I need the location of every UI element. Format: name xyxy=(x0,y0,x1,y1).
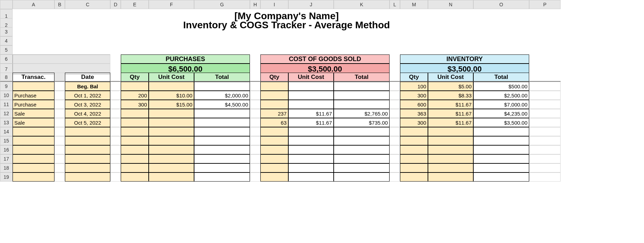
cell-i-qty[interactable]: 300 xyxy=(400,118,428,127)
cell[interactable] xyxy=(194,163,250,172)
row-header-6[interactable]: 6 xyxy=(0,54,13,64)
row-header-15[interactable]: 15 xyxy=(0,136,13,145)
cell[interactable] xyxy=(473,127,529,136)
cell[interactable] xyxy=(400,154,428,163)
cell-c-qty[interactable]: 237 xyxy=(260,109,288,118)
cell[interactable] xyxy=(121,154,149,163)
col-header-G[interactable]: G xyxy=(194,0,250,9)
cell[interactable] xyxy=(13,145,54,154)
cell[interactable] xyxy=(288,136,334,145)
cell-p-uc[interactable] xyxy=(149,109,194,118)
row-header-19[interactable]: 19 xyxy=(0,172,13,182)
cell-c-qty[interactable]: 63 xyxy=(260,118,288,127)
cell-c-tot[interactable] xyxy=(334,82,390,91)
cell[interactable] xyxy=(13,172,54,182)
cell[interactable] xyxy=(260,127,288,136)
col-header-F[interactable]: F xyxy=(149,0,194,9)
cell-i-qty[interactable]: 363 xyxy=(400,109,428,118)
cell-c-tot[interactable] xyxy=(334,100,390,109)
cell[interactable] xyxy=(121,127,149,136)
cell[interactable] xyxy=(400,127,428,136)
col-header-K[interactable]: K xyxy=(334,0,390,9)
cell[interactable] xyxy=(473,154,529,163)
cell[interactable] xyxy=(473,172,529,182)
cell[interactable] xyxy=(334,136,390,145)
cell-p-uc[interactable]: $10.00 xyxy=(149,91,194,100)
cell[interactable] xyxy=(149,145,194,154)
col-header-E[interactable]: E xyxy=(121,0,149,9)
cell-transac[interactable]: Sale xyxy=(13,118,54,127)
cell[interactable] xyxy=(13,163,54,172)
cell-i-uc[interactable]: $11.67 xyxy=(428,109,473,118)
col-header-D[interactable]: D xyxy=(110,0,121,9)
cell-c-tot[interactable]: $2,765.00 xyxy=(334,109,390,118)
cell-c-uc[interactable] xyxy=(288,91,334,100)
row-header-14[interactable]: 14 xyxy=(0,127,13,136)
cell[interactable] xyxy=(334,127,390,136)
cell-i-uc[interactable]: $11.67 xyxy=(428,100,473,109)
col-header-B[interactable]: B xyxy=(54,0,65,9)
cell[interactable] xyxy=(260,154,288,163)
row-header-12[interactable]: 12 xyxy=(0,109,13,118)
cell-i-qty[interactable]: 600 xyxy=(400,100,428,109)
cell[interactable] xyxy=(149,172,194,182)
col-header-A[interactable]: A xyxy=(13,0,54,9)
cell-p-tot[interactable] xyxy=(194,109,250,118)
cell[interactable] xyxy=(428,172,473,182)
cell[interactable] xyxy=(473,145,529,154)
cell-p-uc[interactable]: $15.00 xyxy=(149,100,194,109)
cell-p-uc[interactable] xyxy=(149,118,194,127)
cell[interactable] xyxy=(65,163,110,172)
col-header-O[interactable]: O xyxy=(473,0,529,9)
cell-c-qty[interactable] xyxy=(260,82,288,91)
row-header-17[interactable]: 17 xyxy=(0,154,13,163)
cell[interactable] xyxy=(65,172,110,182)
cell-p-tot[interactable] xyxy=(194,82,250,91)
cell[interactable] xyxy=(13,127,54,136)
cell[interactable] xyxy=(428,154,473,163)
cell[interactable] xyxy=(149,127,194,136)
cell-c-uc[interactable]: $11.67 xyxy=(288,109,334,118)
cell-p-tot[interactable] xyxy=(194,118,250,127)
cell-i-tot[interactable]: $7,000.00 xyxy=(473,100,529,109)
cell[interactable] xyxy=(65,127,110,136)
row-header-16[interactable]: 16 xyxy=(0,145,13,154)
cell-i-tot[interactable]: $2,500.00 xyxy=(473,91,529,100)
cell[interactable] xyxy=(260,145,288,154)
cell[interactable] xyxy=(428,127,473,136)
cell-i-tot[interactable]: $500.00 xyxy=(473,82,529,91)
cell[interactable] xyxy=(334,172,390,182)
cell-p-qty[interactable] xyxy=(121,118,149,127)
cell-i-tot[interactable]: $4,235.00 xyxy=(473,109,529,118)
cell[interactable] xyxy=(473,136,529,145)
cell[interactable] xyxy=(149,136,194,145)
cell[interactable] xyxy=(288,163,334,172)
cell-date[interactable]: Oct 3, 2022 xyxy=(65,100,110,109)
cell[interactable] xyxy=(473,163,529,172)
row-header-9[interactable]: 9 xyxy=(0,82,13,91)
cell[interactable] xyxy=(65,145,110,154)
cell[interactable] xyxy=(121,163,149,172)
cell-p-qty[interactable] xyxy=(121,82,149,91)
cell[interactable] xyxy=(194,136,250,145)
cell[interactable] xyxy=(13,154,54,163)
cell[interactable] xyxy=(400,163,428,172)
cell-p-tot[interactable]: $2,000.00 xyxy=(194,91,250,100)
cell[interactable] xyxy=(428,145,473,154)
cell[interactable] xyxy=(194,154,250,163)
cell-c-uc[interactable] xyxy=(288,82,334,91)
col-header-L[interactable]: L xyxy=(390,0,400,9)
cell-date[interactable]: Oct 1, 2022 xyxy=(65,91,110,100)
col-header-M[interactable]: M xyxy=(400,0,428,9)
cell[interactable] xyxy=(260,163,288,172)
cell-c-qty[interactable] xyxy=(260,100,288,109)
corner-cell[interactable] xyxy=(0,0,13,9)
cell[interactable] xyxy=(428,163,473,172)
cell-i-qty[interactable]: 100 xyxy=(400,82,428,91)
col-header-C[interactable]: C xyxy=(65,0,110,9)
cell-i-uc[interactable]: $8.33 xyxy=(428,91,473,100)
cell-date[interactable]: Oct 5, 2022 xyxy=(65,118,110,127)
cell[interactable] xyxy=(334,154,390,163)
cell-c-uc[interactable] xyxy=(288,100,334,109)
cell-p-uc[interactable] xyxy=(149,82,194,91)
